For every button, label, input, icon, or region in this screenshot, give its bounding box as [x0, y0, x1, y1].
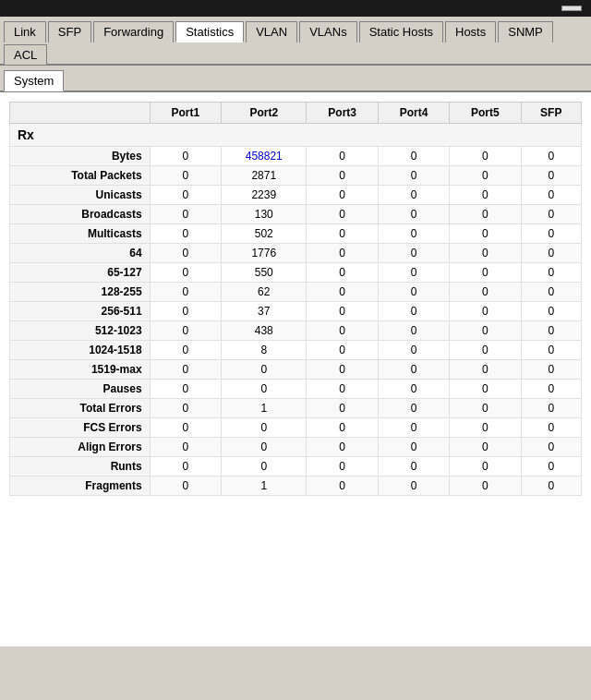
cell-p1: 0: [150, 399, 221, 418]
cell-p2: 130: [221, 205, 307, 224]
cell-p1: 0: [150, 166, 221, 186]
cell-p2: 0: [221, 438, 307, 457]
cell-p3: 0: [307, 438, 378, 457]
col-header-port2: Port2: [221, 103, 307, 124]
table-row: 512-102304380000: [10, 321, 582, 341]
tab-hosts[interactable]: Hosts: [445, 21, 496, 42]
cell-sfp: 0: [521, 263, 581, 283]
statistics-table: Port1Port2Port3Port4Port5SFP RxBytes0458…: [9, 102, 582, 496]
cell-label: 512-1023: [10, 321, 151, 341]
cell-p4: 0: [378, 224, 449, 244]
cell-p2: 37: [221, 302, 307, 321]
cell-sfp: 0: [521, 186, 581, 205]
logout-button[interactable]: [561, 6, 582, 11]
cell-label: Fragments: [10, 477, 151, 496]
cell-p2: 438: [221, 321, 307, 341]
cell-p2: 1776: [221, 244, 307, 263]
table-row: 256-5110370000: [10, 302, 582, 321]
cell-p4: 0: [378, 244, 449, 263]
cell-p4: 0: [378, 186, 449, 205]
table-row: 1024-1518080000: [10, 341, 582, 360]
cell-p2: 0: [221, 418, 307, 438]
cell-p4: 0: [378, 380, 449, 399]
cell-p5: 0: [450, 263, 521, 283]
cell-p5: 0: [450, 380, 521, 399]
table-row: Total Errors010000: [10, 399, 582, 418]
table-row: 1519-max000000: [10, 360, 582, 380]
cell-p1: 0: [150, 283, 221, 302]
cell-p2: 550: [221, 263, 307, 283]
cell-p4: 0: [378, 457, 449, 477]
table-row: Align Errors000000: [10, 438, 582, 457]
cell-p5: 0: [450, 186, 521, 205]
cell-sfp: 0: [521, 341, 581, 360]
cell-p3: 0: [307, 302, 378, 321]
cell-p5: 0: [450, 244, 521, 263]
cell-p1: 0: [150, 147, 221, 166]
table-row: 65-12705500000: [10, 263, 582, 283]
cell-p3: 0: [307, 341, 378, 360]
cell-p4: 0: [378, 302, 449, 321]
tab-vlan[interactable]: VLAN: [246, 21, 297, 42]
cell-sfp: 0: [521, 399, 581, 418]
cell-p3: 0: [307, 283, 378, 302]
cell-p1: 0: [150, 418, 221, 438]
tab-link[interactable]: Link: [4, 21, 46, 42]
cell-p3: 0: [307, 263, 378, 283]
cell-p3: 0: [307, 166, 378, 186]
cell-p1: 0: [150, 380, 221, 399]
tab2-system[interactable]: System: [4, 70, 64, 91]
cell-p2: 0: [221, 380, 307, 399]
cell-p3: 0: [307, 244, 378, 263]
cell-p3: 0: [307, 477, 378, 496]
cell-label: Pauses: [10, 380, 151, 399]
tab-acl[interactable]: ACL: [4, 44, 47, 65]
cell-p2: 458821: [221, 147, 307, 166]
cell-p4: 0: [378, 205, 449, 224]
cell-p3: 0: [307, 380, 378, 399]
cell-p1: 0: [150, 224, 221, 244]
tab-vlans[interactable]: VLANs: [299, 21, 356, 42]
cell-p2: 2239: [221, 186, 307, 205]
cell-p2: 0: [221, 457, 307, 477]
cell-label: FCS Errors: [10, 418, 151, 438]
cell-p3: 0: [307, 147, 378, 166]
cell-p2: 2871: [221, 166, 307, 186]
section-rx: Rx: [10, 124, 582, 147]
cell-p5: 0: [450, 302, 521, 321]
cell-sfp: 0: [521, 438, 581, 457]
cell-p1: 0: [150, 477, 221, 496]
cell-p1: 0: [150, 302, 221, 321]
cell-p5: 0: [450, 205, 521, 224]
cell-p3: 0: [307, 418, 378, 438]
cell-p4: 0: [378, 438, 449, 457]
cell-p2: 502: [221, 224, 307, 244]
cell-p5: 0: [450, 418, 521, 438]
col-header-port3: Port3: [307, 103, 378, 124]
cell-p1: 0: [150, 186, 221, 205]
cell-p5: 0: [450, 399, 521, 418]
cell-p3: 0: [307, 360, 378, 380]
cell-p1: 0: [150, 457, 221, 477]
cell-p4: 0: [378, 418, 449, 438]
cell-p4: 0: [378, 477, 449, 496]
tab-sfp[interactable]: SFP: [48, 21, 91, 42]
cell-label: Runts: [10, 457, 151, 477]
cell-label: Unicasts: [10, 186, 151, 205]
title-bar: [0, 0, 591, 17]
cell-label: 64: [10, 244, 151, 263]
col-header-sfp: SFP: [521, 103, 581, 124]
cell-p5: 0: [450, 438, 521, 457]
tab-forwarding[interactable]: Forwarding: [93, 21, 174, 42]
cell-p3: 0: [307, 224, 378, 244]
tab-snmp[interactable]: SNMP: [498, 21, 553, 42]
tab-statistics[interactable]: Statistics: [175, 21, 244, 42]
cell-p1: 0: [150, 244, 221, 263]
tab-static-hosts[interactable]: Static Hosts: [359, 21, 443, 42]
cell-p4: 0: [378, 147, 449, 166]
cell-label: Align Errors: [10, 438, 151, 457]
cell-sfp: 0: [521, 380, 581, 399]
cell-p5: 0: [450, 360, 521, 380]
cell-sfp: 0: [521, 457, 581, 477]
cell-label: 1024-1518: [10, 341, 151, 360]
